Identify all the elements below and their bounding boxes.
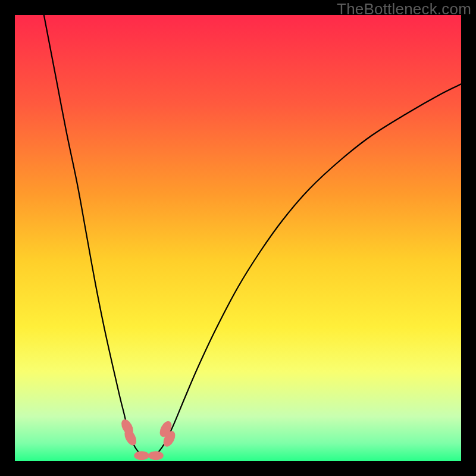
marker-5: [148, 451, 164, 460]
marker-4: [134, 451, 149, 460]
watermark-text: TheBottleneck.com: [337, 0, 471, 18]
plot-area: [15, 15, 461, 461]
chart-background-gradient: [15, 15, 461, 461]
chart-frame: TheBottleneck.com: [0, 0, 476, 476]
chart-canvas: [15, 15, 461, 461]
